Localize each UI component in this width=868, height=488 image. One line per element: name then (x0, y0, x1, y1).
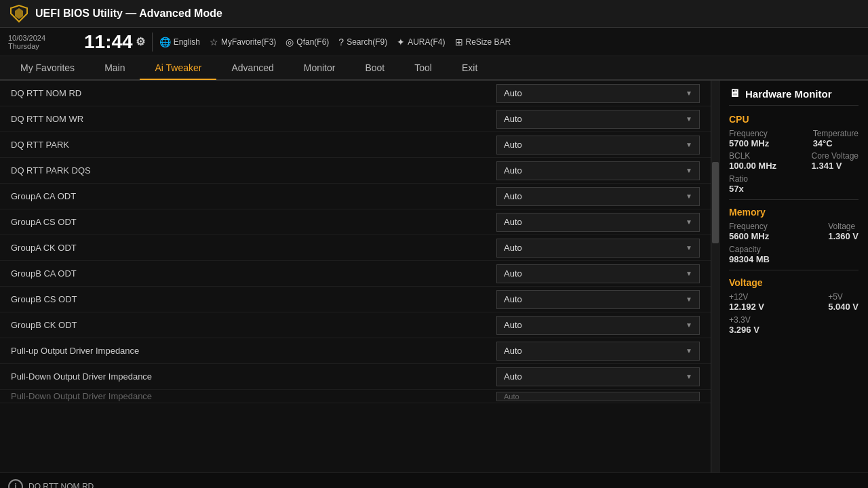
dropdown-dq-rtt-nom-rd[interactable]: Auto▼ (496, 84, 700, 103)
scrollbar[interactable] (711, 81, 719, 472)
dropdown-arrow-groupa-cs-odt: ▼ (686, 218, 692, 226)
tab-my-favorites[interactable]: My Favorites (5, 57, 90, 80)
dropdown-arrow-pullup-output: ▼ (686, 347, 692, 354)
dropdown-arrow-dq-rtt-park: ▼ (686, 141, 692, 148)
dropdown-text-groupa-ck-odt: Auto (504, 243, 522, 253)
tab-boot[interactable]: Boot (350, 57, 399, 80)
dropdown-arrow-dq-rtt-nom-rd: ▼ (686, 89, 692, 97)
dropdown-text-dq-rtt-nom-wr: Auto (504, 114, 522, 124)
setting-label-groupb-ck-odt: GroupB CK ODT (11, 320, 496, 330)
setting-row-groupb-ca-odt: GroupB CA ODTAuto▼ (0, 261, 711, 287)
dropdown-text-pullup-output: Auto (504, 346, 522, 356)
capacity-label: Capacity (729, 245, 761, 254)
search-button[interactable]: ? Search(F9) (338, 37, 387, 47)
main-area: DQ RTT NOM RDAuto▼DQ RTT NOM WRAuto▼DQ R… (0, 81, 868, 472)
myfavorite-label: MyFavorite(F3) (221, 37, 276, 47)
plus33v-label: +3.3V (729, 315, 751, 325)
cpu-freq-row: Frequency 5700 MHz Temperature 34°C (729, 129, 859, 148)
scrollbar-thumb[interactable] (712, 162, 719, 243)
dropdown-arrow-pulldown-output: ▼ (686, 373, 692, 380)
datetime-display: 10/03/2024 Thursday (8, 34, 76, 50)
svg-marker-1 (15, 8, 23, 19)
asus-logo-icon (8, 3, 30, 24)
plus33v-group: +3.3V 3.296 V (729, 314, 859, 335)
cpu-freq-value: 5700 MHz (729, 138, 769, 148)
aura-button[interactable]: ✦ AURA(F4) (397, 37, 445, 47)
tab-tool[interactable]: Tool (399, 57, 447, 80)
ratio-label: Ratio (729, 174, 748, 184)
resizebar-icon: ⊞ (455, 37, 463, 47)
setting-row-dq-rtt-nom-wr: DQ RTT NOM WRAuto▼ (0, 106, 711, 132)
dropdown-arrow-groupb-cs-odt: ▼ (686, 296, 692, 303)
mem-freq-group: Frequency 5600 MHz (729, 222, 769, 241)
setting-label-groupa-ck-odt: GroupA CK ODT (11, 243, 496, 253)
mem-freq-label: Frequency (729, 222, 769, 231)
setting-row-dq-rtt-nom-rd: DQ RTT NOM RDAuto▼ (0, 81, 711, 106)
setting-value-dq-rtt-nom-rd: Auto▼ (496, 84, 700, 103)
resizebar-button[interactable]: ⊞ ReSize BAR (455, 37, 511, 47)
globe-icon: 🌐 (159, 37, 171, 47)
voltage-12v-5v-row: +12V 12.192 V +5V 5.040 V (729, 292, 859, 312)
setting-value-groupb-ck-odt: Auto▼ (496, 316, 700, 335)
mem-freq-voltage-row: Frequency 5600 MHz Voltage 1.360 V (729, 222, 859, 241)
dropdown-groupb-ca-odt[interactable]: Auto▼ (496, 264, 700, 283)
logo: UEFI BIOS Utility — Advanced Mode (8, 3, 222, 24)
plus5v-value: 5.040 V (828, 302, 859, 312)
search-label: Search(F9) (347, 37, 387, 47)
plus12v-group: +12V 12.192 V (729, 292, 764, 312)
qfan-button[interactable]: ◎ Qfan(F6) (285, 37, 329, 47)
settings-content: DQ RTT NOM RDAuto▼DQ RTT NOM WRAuto▼DQ R… (0, 81, 711, 472)
dropdown-dq-rtt-park[interactable]: Auto▼ (496, 136, 700, 155)
dropdown-groupa-ck-odt[interactable]: Auto▼ (496, 239, 700, 258)
app-title: UEFI BIOS Utility — Advanced Mode (35, 7, 222, 20)
setting-label-groupb-ca-odt: GroupB CA ODT (11, 268, 496, 279)
gear-icon[interactable]: ⚙ (136, 37, 145, 47)
tab-exit[interactable]: Exit (447, 57, 492, 80)
language-selector[interactable]: 🌐 English (159, 37, 200, 47)
setting-value-dq-rtt-nom-wr: Auto▼ (496, 110, 700, 129)
partial-dropdown: Auto (496, 392, 700, 401)
topbar-divider (152, 33, 153, 52)
dropdown-text-groupa-ca-odt: Auto (504, 191, 522, 201)
dropdown-groupa-cs-odt[interactable]: Auto▼ (496, 213, 700, 232)
dropdown-arrow-groupb-ca-odt: ▼ (686, 270, 692, 277)
dropdown-dq-rtt-nom-wr[interactable]: Auto▼ (496, 110, 700, 129)
tab-advanced[interactable]: Advanced (216, 57, 288, 80)
tab-main[interactable]: Main (90, 57, 140, 80)
setting-value-dq-rtt-park-dqs: Auto▼ (496, 161, 700, 180)
setting-label-dq-rtt-nom-rd: DQ RTT NOM RD (11, 88, 496, 98)
aura-label: AURA(F4) (408, 37, 445, 47)
tab-monitor[interactable]: Monitor (289, 57, 351, 80)
myfavorite-button[interactable]: ☆ MyFavorite(F3) (210, 37, 276, 47)
capacity-group: Capacity 98304 MB (729, 244, 859, 264)
time-text: 11:44 (84, 33, 133, 52)
setting-row-dq-rtt-park: DQ RTT PARKAuto▼ (0, 132, 711, 158)
setting-row-dq-rtt-park-dqs: DQ RTT PARK DQSAuto▼ (0, 158, 711, 184)
ratio-value: 57x (729, 184, 744, 194)
partial-value: Auto (504, 392, 519, 401)
dropdown-groupb-cs-odt[interactable]: Auto▼ (496, 290, 700, 309)
setting-row-partial: Pull-Down Output Driver Impedance Auto (0, 390, 711, 403)
navbar: My Favorites Main Ai Tweaker Advanced Mo… (0, 56, 868, 81)
aura-icon: ✦ (397, 37, 405, 47)
dropdown-groupa-ca-odt[interactable]: Auto▼ (496, 187, 700, 206)
dropdown-dq-rtt-park-dqs[interactable]: Auto▼ (496, 161, 700, 180)
dropdown-groupb-ck-odt[interactable]: Auto▼ (496, 316, 700, 335)
settings-rows: DQ RTT NOM RDAuto▼DQ RTT NOM WRAuto▼DQ R… (0, 81, 711, 390)
cpu-divider (729, 199, 859, 200)
dropdown-pulldown-output[interactable]: Auto▼ (496, 367, 700, 386)
setting-label-dq-rtt-nom-wr: DQ RTT NOM WR (11, 114, 496, 124)
setting-row-groupa-ck-odt: GroupA CK ODTAuto▼ (0, 235, 711, 261)
resizebar-label: ReSize BAR (466, 37, 511, 47)
topbar: 10/03/2024 Thursday 11:44 ⚙ 🌐 English ☆ … (0, 28, 868, 56)
cpu-temp-group: Temperature 34°C (813, 129, 859, 148)
setting-value-pulldown-output: Auto▼ (496, 367, 700, 386)
bclk-value: 100.00 MHz (729, 161, 776, 171)
core-voltage-group: Core Voltage 1.341 V (812, 151, 859, 171)
cpu-temp-label: Temperature (813, 129, 859, 138)
core-voltage-label: Core Voltage (812, 151, 859, 161)
dropdown-pullup-output[interactable]: Auto▼ (496, 342, 700, 361)
setting-label-groupa-cs-odt: GroupA CS ODT (11, 217, 496, 227)
bclk-label: BCLK (729, 151, 776, 161)
tab-ai-tweaker[interactable]: Ai Tweaker (140, 57, 216, 80)
